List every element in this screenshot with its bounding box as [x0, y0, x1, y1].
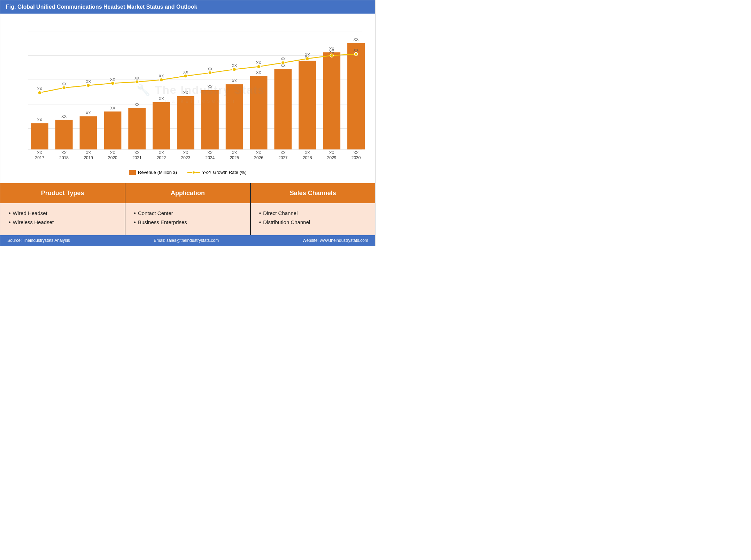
svg-text:XX: XX	[280, 57, 286, 61]
svg-text:XX: XX	[232, 151, 237, 155]
svg-text:XX: XX	[61, 114, 67, 118]
chart-legend: Revenue (Million $) Y-oY Growth Rate (%)	[7, 167, 368, 180]
list-item: Direct Channel	[259, 210, 367, 216]
section-application-body: Contact Center Business Enterprises	[125, 203, 250, 235]
legend-growth-icon	[187, 170, 200, 175]
dot-2025	[233, 68, 236, 71]
svg-text:XX: XX	[86, 111, 91, 115]
svg-text:XX: XX	[61, 82, 67, 86]
bar-2019	[80, 116, 97, 149]
chart-title: Fig. Global Unified Communications Heads…	[6, 4, 197, 10]
svg-text:XX: XX	[256, 61, 261, 65]
svg-text:XX: XX	[110, 77, 115, 82]
bar-2020	[104, 112, 121, 149]
section-product-types-header: Product Types	[0, 183, 125, 203]
sales-channels-list: Direct Channel Distribution Channel	[259, 210, 367, 225]
svg-text:XX: XX	[232, 79, 237, 83]
svg-text:XX: XX	[159, 151, 164, 155]
product-types-list: Wired Headset Wireless Headset	[9, 210, 116, 225]
svg-text:2022: 2022	[157, 155, 166, 160]
bar-2028	[299, 61, 316, 149]
svg-text:XX: XX	[159, 74, 164, 78]
legend-revenue-label: Revenue (Million $)	[138, 170, 177, 175]
dot-2027	[281, 61, 285, 64]
svg-text:XX: XX	[354, 151, 359, 155]
svg-text:XX: XX	[305, 151, 310, 155]
svg-text:XX: XX	[110, 106, 115, 110]
legend-growth: Y-oY Growth Rate (%)	[187, 170, 247, 175]
svg-text:XX: XX	[37, 87, 42, 91]
svg-text:XX: XX	[134, 102, 140, 107]
list-item: Wireless Headset	[9, 219, 116, 225]
chart-svg: XX XX 2017 XX XX 2018 XX XX 2019 XX XX 2…	[7, 21, 368, 167]
bar-2029	[323, 52, 340, 149]
footer-source: Source: Theindustrystats Analysis	[7, 238, 70, 243]
main-container: Fig. Global Unified Communications Heads…	[0, 0, 376, 246]
svg-text:XX: XX	[305, 53, 310, 57]
svg-text:XX: XX	[86, 79, 91, 84]
svg-text:2018: 2018	[59, 155, 69, 160]
chart-wrapper: 🔧 The Industry Stats market research XX …	[7, 21, 368, 167]
svg-text:2026: 2026	[254, 155, 263, 160]
svg-text:XX: XX	[110, 151, 115, 155]
dot-2029	[330, 54, 333, 57]
svg-text:XX: XX	[61, 151, 67, 155]
svg-text:XX: XX	[183, 91, 188, 95]
svg-text:XX: XX	[354, 48, 359, 52]
dot-2030	[354, 52, 358, 56]
bar-2027	[274, 69, 292, 149]
svg-text:2030: 2030	[351, 155, 361, 160]
svg-text:2020: 2020	[108, 155, 117, 160]
section-sales-channels: Sales Channels Direct Channel Distributi…	[251, 183, 375, 235]
svg-text:XX: XX	[208, 85, 213, 89]
svg-text:2023: 2023	[181, 155, 191, 160]
application-list: Contact Center Business Enterprises	[134, 210, 241, 225]
svg-text:2025: 2025	[230, 155, 239, 160]
section-application: Application Contact Center Business Ente…	[125, 183, 250, 235]
dot-2026	[257, 65, 261, 68]
list-item: Wired Headset	[9, 210, 116, 216]
list-item: Contact Center	[134, 210, 241, 216]
dot-2022	[160, 78, 163, 82]
bar-2022	[153, 102, 170, 149]
section-sales-channels-header: Sales Channels	[251, 183, 375, 203]
svg-text:XX: XX	[183, 70, 188, 74]
svg-text:XX: XX	[159, 97, 164, 101]
dot-2020	[111, 82, 114, 85]
svg-text:XX: XX	[232, 63, 237, 68]
svg-text:2027: 2027	[278, 155, 288, 160]
section-product-types: Product Types Wired Headset Wireless Hea…	[0, 183, 125, 235]
bar-2021	[128, 108, 146, 149]
bar-2030	[347, 43, 365, 149]
svg-text:XX: XX	[86, 151, 91, 155]
svg-text:XX: XX	[256, 151, 261, 155]
svg-text:XX: XX	[134, 76, 140, 80]
chart-area: 🔧 The Industry Stats market research XX …	[0, 14, 375, 183]
svg-text:XX: XX	[208, 151, 213, 155]
svg-text:2017: 2017	[35, 155, 45, 160]
dot-2019	[87, 84, 90, 87]
section-product-types-body: Wired Headset Wireless Headset	[0, 203, 125, 235]
svg-text:2019: 2019	[84, 155, 93, 160]
bar-2025	[226, 84, 243, 149]
svg-text:XX: XX	[37, 118, 42, 122]
bar-2018	[55, 120, 73, 149]
svg-point-63	[192, 171, 195, 174]
svg-text:XX: XX	[256, 70, 261, 75]
dot-2024	[208, 71, 212, 75]
svg-text:2021: 2021	[132, 155, 142, 160]
dot-2018	[62, 86, 66, 90]
svg-text:XX: XX	[329, 151, 334, 155]
footer-email: Email: sales@theindustrystats.com	[154, 238, 219, 243]
chart-header: Fig. Global Unified Communications Heads…	[0, 0, 375, 14]
bottom-sections: Product Types Wired Headset Wireless Hea…	[0, 183, 375, 235]
dot-2021	[135, 80, 139, 84]
svg-text:2028: 2028	[303, 155, 312, 160]
dot-2017	[38, 91, 41, 94]
svg-text:XX: XX	[183, 151, 188, 155]
dot-2023	[184, 74, 187, 78]
svg-text:XX: XX	[134, 151, 140, 155]
legend-revenue-icon	[129, 170, 136, 175]
svg-text:XX: XX	[280, 151, 286, 155]
footer: Source: Theindustrystats Analysis Email:…	[0, 235, 375, 246]
